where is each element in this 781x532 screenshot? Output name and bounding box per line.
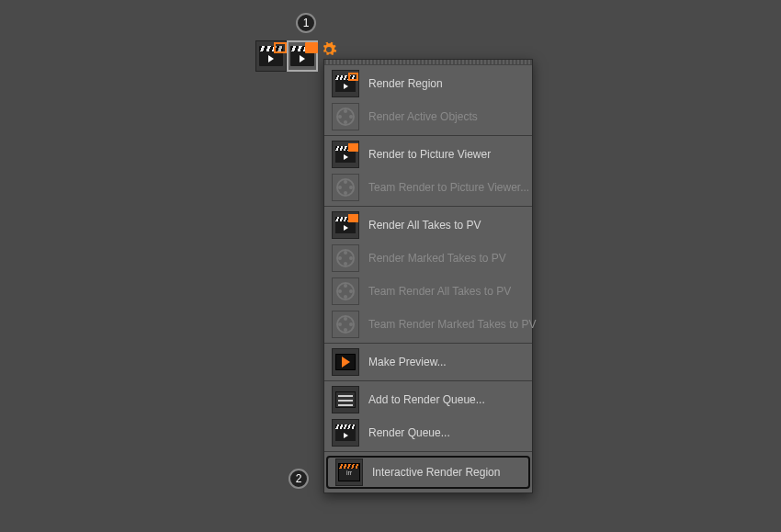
- svg-point-22: [349, 323, 353, 326]
- menu-item-make-preview[interactable]: Make Preview...: [324, 345, 532, 379]
- menu-item-label: Make Preview...: [368, 356, 447, 368]
- svg-point-4: [338, 115, 342, 119]
- irr-icon: irr: [335, 458, 363, 486]
- render-settings-button[interactable]: [320, 40, 338, 59]
- clapper-image-icon: [332, 211, 359, 239]
- reel-icon: [332, 174, 359, 201]
- svg-point-8: [344, 191, 347, 195]
- clapper-image-icon: [290, 46, 314, 66]
- svg-point-11: [344, 251, 347, 255]
- menu-item-add-render-queue[interactable]: Add to Render Queue...: [324, 383, 532, 416]
- menu-item-render-marked-takes[interactable]: Render Marked Takes to PV: [324, 242, 532, 275]
- menu-item-label: Team Render Marked Takes to PV: [368, 318, 537, 331]
- menu-item-team-render-marked-takes[interactable]: Team Render Marked Takes to PV: [324, 308, 532, 341]
- svg-point-1: [344, 109, 347, 113]
- preview-icon: [332, 348, 359, 376]
- menu-item-label: Team Render All Takes to PV: [368, 285, 511, 298]
- svg-point-14: [338, 256, 342, 260]
- menu-item-label: Render Marked Takes to PV: [368, 252, 506, 265]
- menu-item-team-render-to-pv[interactable]: Team Render to Picture Viewer...: [324, 171, 532, 204]
- annotation-badge-1: 1: [296, 13, 316, 33]
- svg-point-2: [349, 115, 353, 119]
- gear-icon: [321, 41, 337, 58]
- menu-item-interactive-render-region[interactable]: irr Interactive Render Region: [326, 456, 530, 489]
- menu-item-label: Render Region: [368, 77, 443, 90]
- svg-point-6: [344, 180, 347, 184]
- render-region-button[interactable]: [255, 40, 287, 72]
- reel-icon: [332, 103, 359, 130]
- menu-item-label: Render All Takes to PV: [368, 219, 481, 232]
- svg-point-9: [338, 186, 342, 189]
- menu-item-label: Render Active Objects: [368, 110, 478, 123]
- menu-item-render-queue[interactable]: Render Queue...: [324, 416, 532, 449]
- annotation-badge-2: 2: [289, 469, 309, 489]
- menu-item-render-all-takes[interactable]: Render All Takes to PV: [324, 209, 532, 242]
- svg-point-21: [344, 317, 347, 321]
- menu-item-render-region[interactable]: Render Region: [324, 67, 532, 100]
- menu-item-label: Team Render to Picture Viewer...: [368, 181, 529, 194]
- svg-point-12: [349, 256, 353, 260]
- reel-icon: [332, 244, 359, 272]
- svg-point-16: [344, 284, 347, 288]
- menu-item-label: Interactive Render Region: [372, 466, 500, 479]
- menu-item-label: Render Queue...: [368, 426, 450, 439]
- menu-item-label: Render to Picture Viewer: [368, 148, 491, 161]
- menu-item-team-render-all-takes[interactable]: Team Render All Takes to PV: [324, 275, 532, 308]
- reel-icon: [332, 277, 359, 305]
- svg-point-3: [344, 120, 347, 124]
- svg-point-23: [344, 328, 347, 332]
- menu-item-render-to-pv[interactable]: Render to Picture Viewer: [324, 138, 532, 171]
- svg-point-18: [344, 295, 347, 299]
- clapper-image-icon: [332, 141, 359, 168]
- svg-point-19: [338, 289, 342, 293]
- clapper-region-icon: [332, 70, 359, 97]
- menu-item-render-active-objects[interactable]: Render Active Objects: [324, 100, 532, 133]
- svg-point-13: [344, 262, 347, 266]
- clapper-region-icon: [259, 46, 283, 66]
- menu-item-label: Add to Render Queue...: [368, 393, 485, 406]
- reel-icon: [332, 311, 359, 338]
- svg-point-17: [349, 289, 353, 293]
- render-picture-viewer-button[interactable]: [287, 40, 318, 72]
- render-dropdown-menu: Render Region Render Active Objects Rend…: [323, 59, 533, 493]
- svg-point-24: [338, 323, 342, 326]
- queue-add-icon: [332, 386, 359, 413]
- svg-point-7: [349, 186, 353, 189]
- clapper-plain-icon: [332, 419, 359, 447]
